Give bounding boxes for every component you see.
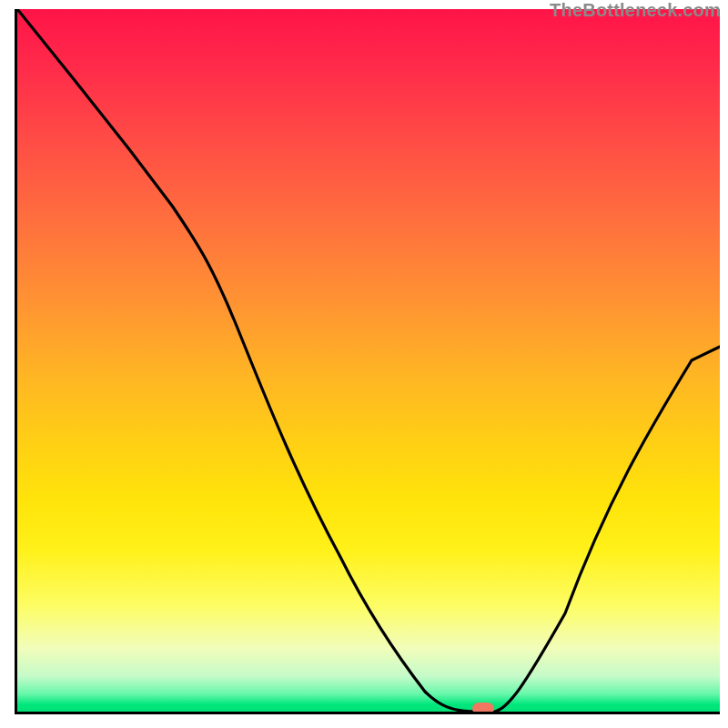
bottleneck-curve bbox=[17, 9, 720, 712]
curve-layer bbox=[17, 9, 720, 712]
current-marker bbox=[472, 703, 494, 712]
bottleneck-chart: TheBottleneck.com bbox=[0, 0, 728, 728]
plot-area bbox=[15, 9, 720, 714]
watermark-label: TheBottleneck.com bbox=[550, 0, 721, 21]
